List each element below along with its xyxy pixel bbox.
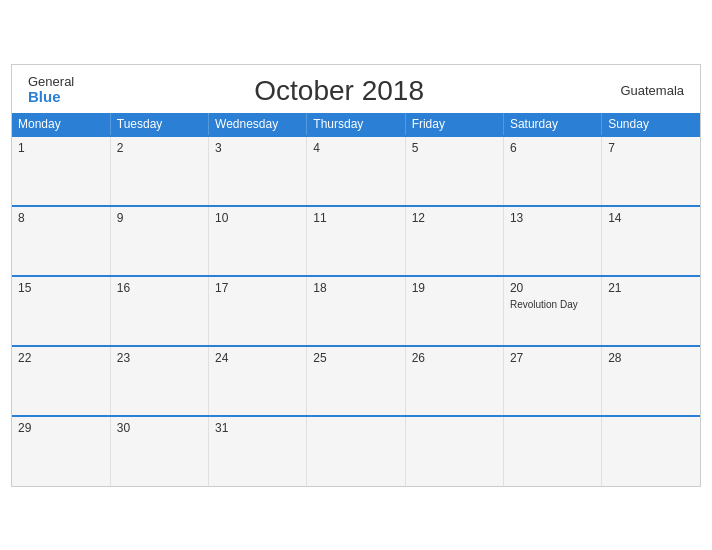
day-number: 24 (215, 351, 300, 365)
calendar-table: Monday Tuesday Wednesday Thursday Friday… (12, 113, 700, 486)
calendar-day-cell: 15 (12, 276, 110, 346)
day-number: 31 (215, 421, 300, 435)
calendar: General Blue October 2018 Guatemala Mond… (11, 64, 701, 487)
calendar-day-cell: 4 (307, 136, 405, 206)
day-number: 26 (412, 351, 497, 365)
calendar-day-cell: 12 (405, 206, 503, 276)
col-tuesday: Tuesday (110, 113, 208, 136)
day-number: 12 (412, 211, 497, 225)
calendar-day-cell: 5 (405, 136, 503, 206)
calendar-week-row: 22232425262728 (12, 346, 700, 416)
day-number: 22 (18, 351, 104, 365)
calendar-day-cell: 29 (12, 416, 110, 486)
calendar-day-cell: 19 (405, 276, 503, 346)
calendar-day-cell (503, 416, 601, 486)
calendar-day-cell: 13 (503, 206, 601, 276)
col-wednesday: Wednesday (209, 113, 307, 136)
calendar-day-cell: 26 (405, 346, 503, 416)
calendar-header-row: Monday Tuesday Wednesday Thursday Friday… (12, 113, 700, 136)
calendar-thead: Monday Tuesday Wednesday Thursday Friday… (12, 113, 700, 136)
day-number: 27 (510, 351, 595, 365)
day-number: 2 (117, 141, 202, 155)
calendar-country: Guatemala (604, 83, 684, 98)
day-number: 28 (608, 351, 694, 365)
calendar-week-row: 293031 (12, 416, 700, 486)
day-number: 13 (510, 211, 595, 225)
calendar-day-cell: 16 (110, 276, 208, 346)
holiday-label: Revolution Day (510, 299, 578, 310)
day-number: 17 (215, 281, 300, 295)
day-number: 30 (117, 421, 202, 435)
col-sunday: Sunday (602, 113, 700, 136)
day-number: 10 (215, 211, 300, 225)
calendar-day-cell: 9 (110, 206, 208, 276)
day-number: 18 (313, 281, 398, 295)
calendar-day-cell (307, 416, 405, 486)
calendar-day-cell: 3 (209, 136, 307, 206)
day-number: 23 (117, 351, 202, 365)
calendar-day-cell: 20Revolution Day (503, 276, 601, 346)
calendar-day-cell: 27 (503, 346, 601, 416)
day-number: 16 (117, 281, 202, 295)
calendar-day-cell: 31 (209, 416, 307, 486)
calendar-week-row: 151617181920Revolution Day21 (12, 276, 700, 346)
day-number: 15 (18, 281, 104, 295)
day-number: 14 (608, 211, 694, 225)
calendar-day-cell: 21 (602, 276, 700, 346)
calendar-day-cell: 11 (307, 206, 405, 276)
day-number: 3 (215, 141, 300, 155)
calendar-day-cell: 2 (110, 136, 208, 206)
calendar-day-cell: 22 (12, 346, 110, 416)
logo-general-text: General (28, 75, 74, 89)
calendar-day-cell: 7 (602, 136, 700, 206)
calendar-day-cell: 1 (12, 136, 110, 206)
calendar-day-cell: 18 (307, 276, 405, 346)
calendar-body: 1234567891011121314151617181920Revolutio… (12, 136, 700, 486)
day-number: 9 (117, 211, 202, 225)
day-number: 5 (412, 141, 497, 155)
day-number: 29 (18, 421, 104, 435)
col-thursday: Thursday (307, 113, 405, 136)
calendar-week-row: 1234567 (12, 136, 700, 206)
day-number: 1 (18, 141, 104, 155)
calendar-day-cell: 8 (12, 206, 110, 276)
day-number: 19 (412, 281, 497, 295)
day-number: 6 (510, 141, 595, 155)
calendar-day-cell: 24 (209, 346, 307, 416)
calendar-week-row: 891011121314 (12, 206, 700, 276)
day-number: 20 (510, 281, 595, 295)
calendar-day-cell: 17 (209, 276, 307, 346)
calendar-day-cell (602, 416, 700, 486)
calendar-day-cell (405, 416, 503, 486)
day-number: 4 (313, 141, 398, 155)
col-friday: Friday (405, 113, 503, 136)
calendar-day-cell: 25 (307, 346, 405, 416)
day-number: 25 (313, 351, 398, 365)
calendar-day-cell: 23 (110, 346, 208, 416)
calendar-day-cell: 10 (209, 206, 307, 276)
calendar-header: General Blue October 2018 Guatemala (12, 65, 700, 113)
logo: General Blue (28, 75, 74, 106)
col-saturday: Saturday (503, 113, 601, 136)
calendar-day-cell: 28 (602, 346, 700, 416)
calendar-day-cell: 6 (503, 136, 601, 206)
logo-blue-text: Blue (28, 89, 74, 106)
day-number: 7 (608, 141, 694, 155)
calendar-day-cell: 14 (602, 206, 700, 276)
calendar-title: October 2018 (74, 75, 604, 107)
day-number: 21 (608, 281, 694, 295)
calendar-day-cell: 30 (110, 416, 208, 486)
col-monday: Monday (12, 113, 110, 136)
day-number: 8 (18, 211, 104, 225)
day-number: 11 (313, 211, 398, 225)
